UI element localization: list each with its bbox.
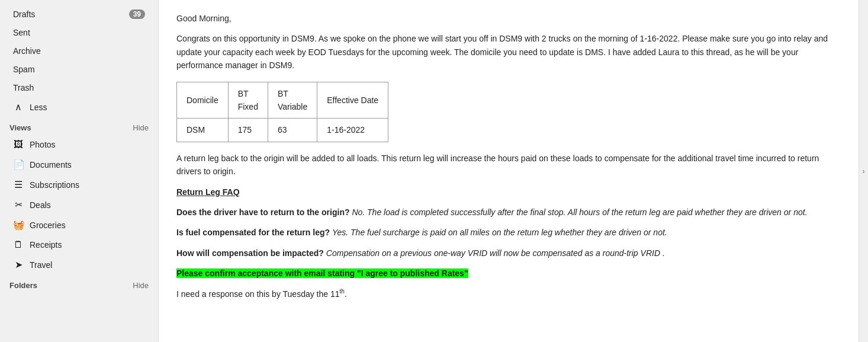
subscriptions-icon: ☰ [13,179,24,190]
closing-end: . [345,289,347,299]
sidebar-item-subscriptions[interactable]: ☰ Subscriptions [4,175,155,194]
faq-q1: Does the driver have to return to the or… [176,207,349,217]
table-header-bt-fixed: BTFixed [228,82,268,119]
sidebar-item-groceries[interactable]: 🧺 Groceries [4,215,155,235]
email-body: Good Morning, Congrats on this opportuni… [176,12,841,301]
table-row: DSM 175 63 1-16-2022 [177,119,388,142]
closing-paragraph: I need a response on this by Tuesday the… [176,287,841,301]
faq-a2: Yes. The fuel surcharge is paid on all m… [332,228,667,237]
sidebar-item-sent[interactable]: Sent [4,24,155,41]
table-header-effective-date: Effective Date [317,82,388,119]
email-content: Good Morning, Congrats on this opportuni… [159,0,859,342]
table-cell-effective-date: 1-16-2022 [317,119,388,142]
sidebar-item-less[interactable]: ∧ Less [4,97,155,117]
sidebar-item-spam[interactable]: Spam [4,60,155,78]
sidebar-item-deals[interactable]: ✂ Deals [4,195,155,215]
folders-section-header: Folders Hide [0,275,158,292]
chevron-right-icon: › [863,167,865,175]
faq-item-2: Is fuel compensated for the return leg? … [176,226,841,239]
chevron-up-icon: ∧ [13,101,24,113]
right-panel-toggle[interactable]: › [859,0,868,342]
faq-q2: Is fuel compensated for the return leg? [176,228,330,237]
faq-item-1: Does the driver have to return to the or… [176,206,841,219]
receipts-icon: 🗒 [13,239,24,250]
table-header-bt-variable: BTVariable [268,82,317,119]
email-greeting: Good Morning, [176,12,841,25]
table-cell-domicile: DSM [177,119,229,142]
faq-q3: How will compensation be impacted? [176,248,324,258]
faq-a3: Compensation on a previous one-way VRID … [326,248,665,258]
sidebar-item-photos[interactable]: 🖼 Photos [4,135,155,154]
views-section-header: Views Hide [0,117,158,135]
sidebar-item-trash[interactable]: Trash [4,79,155,97]
folders-hide-button[interactable]: Hide [133,281,149,290]
sidebar-item-receipts[interactable]: 🗒 Receipts [4,235,155,254]
sidebar-item-archive[interactable]: Archive [4,42,155,60]
faq-heading: Return Leg FAQ [176,186,841,199]
table-cell-bt-fixed: 175 [228,119,268,142]
deals-icon: ✂ [13,199,24,210]
sidebar-item-documents[interactable]: 📄 Documents [4,155,155,174]
travel-icon: ➤ [13,259,24,270]
views-hide-button[interactable]: Hide [133,123,149,132]
faq-a1: No. The load is completed successfully a… [352,207,807,217]
highlight-paragraph: Please confirm acceptance with email sta… [176,267,841,280]
email-table: Domicile BTFixed BTVariable Effective Da… [176,82,388,142]
groceries-icon: 🧺 [13,219,24,231]
email-paragraph2: A return leg back to the origin will be … [176,152,841,178]
documents-icon: 📄 [13,159,24,170]
photos-icon: 🖼 [13,139,24,150]
sidebar-item-travel[interactable]: ➤ Travel [4,255,155,274]
sidebar-item-drafts[interactable]: Drafts 39 [4,5,155,23]
sidebar: Drafts 39 Sent Archive Spam Trash ∧ Less… [0,0,159,342]
closing-text: I need a response on this by Tuesday the… [176,289,340,299]
table-header-domicile: Domicile [177,82,229,119]
faq-item-3: How will compensation be impacted? Compe… [176,247,841,260]
table-cell-bt-variable: 63 [268,119,317,142]
email-paragraph1: Congrats on this opportunity in DSM9. As… [176,32,841,72]
highlight-text: Please confirm acceptance with email sta… [176,269,468,278]
closing-sup: th [340,288,345,295]
